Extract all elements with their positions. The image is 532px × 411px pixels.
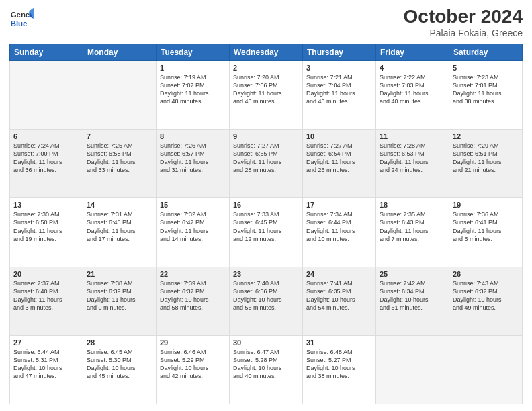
- day-info: Sunrise: 7:26 AM Sunset: 6:57 PM Dayligh…: [160, 142, 226, 175]
- day-number: 18: [380, 201, 445, 209]
- day-number: 15: [160, 201, 226, 209]
- table-row: 7Sunrise: 7:25 AM Sunset: 6:58 PM Daylig…: [83, 130, 157, 198]
- day-number: 22: [160, 270, 226, 278]
- day-number: 12: [453, 132, 519, 140]
- day-info: Sunrise: 7:29 AM Sunset: 6:51 PM Dayligh…: [453, 142, 519, 175]
- table-row: 12Sunrise: 7:29 AM Sunset: 6:51 PM Dayli…: [449, 130, 523, 198]
- page-title: October 2024: [404, 7, 523, 28]
- table-row: 10Sunrise: 7:27 AM Sunset: 6:54 PM Dayli…: [303, 130, 376, 198]
- day-info: Sunrise: 7:31 AM Sunset: 6:48 PM Dayligh…: [87, 210, 152, 243]
- table-row: 5Sunrise: 7:23 AM Sunset: 7:01 PM Daylig…: [449, 60, 523, 129]
- day-info: Sunrise: 7:33 AM Sunset: 6:45 PM Dayligh…: [233, 210, 299, 243]
- calendar-week-row: 6Sunrise: 7:24 AM Sunset: 7:00 PM Daylig…: [10, 130, 523, 198]
- table-row: 3Sunrise: 7:21 AM Sunset: 7:04 PM Daylig…: [303, 60, 376, 129]
- day-number: 20: [13, 270, 79, 278]
- table-row: [376, 335, 449, 404]
- day-number: 17: [306, 201, 372, 209]
- day-number: 21: [87, 270, 152, 278]
- table-row: 9Sunrise: 7:27 AM Sunset: 6:55 PM Daylig…: [230, 130, 303, 198]
- day-info: Sunrise: 6:47 AM Sunset: 5:28 PM Dayligh…: [233, 348, 299, 381]
- day-info: Sunrise: 7:37 AM Sunset: 6:40 PM Dayligh…: [13, 279, 79, 312]
- day-info: Sunrise: 7:22 AM Sunset: 7:03 PM Dayligh…: [380, 73, 445, 106]
- day-number: 14: [87, 201, 152, 209]
- page: General Blue October 2024 Palaia Fokaia,…: [0, 0, 532, 411]
- table-row: [449, 335, 523, 404]
- table-row: 22Sunrise: 7:39 AM Sunset: 6:37 PM Dayli…: [157, 267, 230, 335]
- table-row: 29Sunrise: 6:46 AM Sunset: 5:29 PM Dayli…: [157, 335, 230, 404]
- table-row: 30Sunrise: 6:47 AM Sunset: 5:28 PM Dayli…: [230, 335, 303, 404]
- col-tuesday: Tuesday: [157, 44, 230, 60]
- day-info: Sunrise: 6:46 AM Sunset: 5:29 PM Dayligh…: [160, 348, 226, 381]
- day-info: Sunrise: 7:21 AM Sunset: 7:04 PM Dayligh…: [306, 73, 372, 106]
- table-row: 28Sunrise: 6:45 AM Sunset: 5:30 PM Dayli…: [83, 335, 157, 404]
- table-row: [83, 60, 157, 129]
- day-number: 23: [233, 270, 299, 278]
- day-info: Sunrise: 7:30 AM Sunset: 6:50 PM Dayligh…: [13, 210, 79, 243]
- calendar-week-row: 20Sunrise: 7:37 AM Sunset: 6:40 PM Dayli…: [10, 267, 523, 335]
- day-info: Sunrise: 7:43 AM Sunset: 6:32 PM Dayligh…: [453, 279, 519, 312]
- day-info: Sunrise: 6:45 AM Sunset: 5:30 PM Dayligh…: [87, 348, 152, 381]
- table-row: 14Sunrise: 7:31 AM Sunset: 6:48 PM Dayli…: [83, 198, 157, 267]
- day-number: 7: [87, 132, 152, 140]
- table-row: 11Sunrise: 7:28 AM Sunset: 6:53 PM Dayli…: [376, 130, 449, 198]
- table-row: 20Sunrise: 7:37 AM Sunset: 6:40 PM Dayli…: [10, 267, 83, 335]
- calendar-week-row: 1Sunrise: 7:19 AM Sunset: 7:07 PM Daylig…: [10, 60, 523, 129]
- day-number: 24: [306, 270, 372, 278]
- day-info: Sunrise: 7:27 AM Sunset: 6:54 PM Dayligh…: [306, 142, 372, 175]
- calendar-table: Sunday Monday Tuesday Wednesday Thursday…: [9, 44, 523, 404]
- day-number: 11: [380, 132, 445, 140]
- table-row: 26Sunrise: 7:43 AM Sunset: 6:32 PM Dayli…: [449, 267, 523, 335]
- day-number: 5: [453, 64, 519, 72]
- day-info: Sunrise: 7:24 AM Sunset: 7:00 PM Dayligh…: [13, 142, 79, 175]
- day-number: 19: [453, 201, 519, 209]
- day-info: Sunrise: 7:28 AM Sunset: 6:53 PM Dayligh…: [380, 142, 445, 175]
- day-number: 4: [380, 64, 445, 72]
- logo-icon: General Blue: [9, 7, 34, 31]
- calendar-week-row: 13Sunrise: 7:30 AM Sunset: 6:50 PM Dayli…: [10, 198, 523, 267]
- table-row: 18Sunrise: 7:35 AM Sunset: 6:43 PM Dayli…: [376, 198, 449, 267]
- day-info: Sunrise: 6:44 AM Sunset: 5:31 PM Dayligh…: [13, 348, 79, 381]
- table-row: 16Sunrise: 7:33 AM Sunset: 6:45 PM Dayli…: [230, 198, 303, 267]
- day-number: 16: [233, 201, 299, 209]
- day-number: 2: [233, 64, 299, 72]
- day-info: Sunrise: 7:19 AM Sunset: 7:07 PM Dayligh…: [160, 73, 226, 106]
- svg-text:Blue: Blue: [11, 19, 28, 28]
- header: General Blue October 2024 Palaia Fokaia,…: [9, 7, 523, 38]
- table-row: 23Sunrise: 7:40 AM Sunset: 6:36 PM Dayli…: [230, 267, 303, 335]
- day-info: Sunrise: 6:48 AM Sunset: 5:27 PM Dayligh…: [306, 348, 372, 381]
- day-number: 9: [233, 132, 299, 140]
- day-number: 8: [160, 132, 226, 140]
- day-info: Sunrise: 7:23 AM Sunset: 7:01 PM Dayligh…: [453, 73, 519, 106]
- page-subtitle: Palaia Fokaia, Greece: [404, 28, 523, 38]
- day-number: 27: [13, 338, 79, 347]
- day-number: 30: [233, 338, 299, 347]
- table-row: 24Sunrise: 7:41 AM Sunset: 6:35 PM Dayli…: [303, 267, 376, 335]
- day-info: Sunrise: 7:32 AM Sunset: 6:47 PM Dayligh…: [160, 210, 226, 243]
- day-number: 10: [306, 132, 372, 140]
- day-info: Sunrise: 7:39 AM Sunset: 6:37 PM Dayligh…: [160, 279, 226, 312]
- logo: General Blue: [9, 7, 34, 31]
- day-number: 3: [306, 64, 372, 72]
- table-row: 6Sunrise: 7:24 AM Sunset: 7:00 PM Daylig…: [10, 130, 83, 198]
- day-number: 26: [453, 270, 519, 278]
- day-info: Sunrise: 7:41 AM Sunset: 6:35 PM Dayligh…: [306, 279, 372, 312]
- col-monday: Monday: [83, 44, 157, 60]
- day-info: Sunrise: 7:25 AM Sunset: 6:58 PM Dayligh…: [87, 142, 152, 175]
- table-row: 4Sunrise: 7:22 AM Sunset: 7:03 PM Daylig…: [376, 60, 449, 129]
- table-row: 8Sunrise: 7:26 AM Sunset: 6:57 PM Daylig…: [157, 130, 230, 198]
- day-number: 13: [13, 201, 79, 209]
- table-row: 31Sunrise: 6:48 AM Sunset: 5:27 PM Dayli…: [303, 335, 376, 404]
- day-info: Sunrise: 7:40 AM Sunset: 6:36 PM Dayligh…: [233, 279, 299, 312]
- day-number: 1: [160, 64, 226, 72]
- col-saturday: Saturday: [449, 44, 523, 60]
- day-info: Sunrise: 7:20 AM Sunset: 7:06 PM Dayligh…: [233, 73, 299, 106]
- day-number: 6: [13, 132, 79, 140]
- table-row: [10, 60, 83, 129]
- day-info: Sunrise: 7:36 AM Sunset: 6:41 PM Dayligh…: [453, 210, 519, 243]
- table-row: 1Sunrise: 7:19 AM Sunset: 7:07 PM Daylig…: [157, 60, 230, 129]
- calendar-week-row: 27Sunrise: 6:44 AM Sunset: 5:31 PM Dayli…: [10, 335, 523, 404]
- day-info: Sunrise: 7:27 AM Sunset: 6:55 PM Dayligh…: [233, 142, 299, 175]
- day-number: 25: [380, 270, 445, 278]
- table-row: 27Sunrise: 6:44 AM Sunset: 5:31 PM Dayli…: [10, 335, 83, 404]
- col-friday: Friday: [376, 44, 449, 60]
